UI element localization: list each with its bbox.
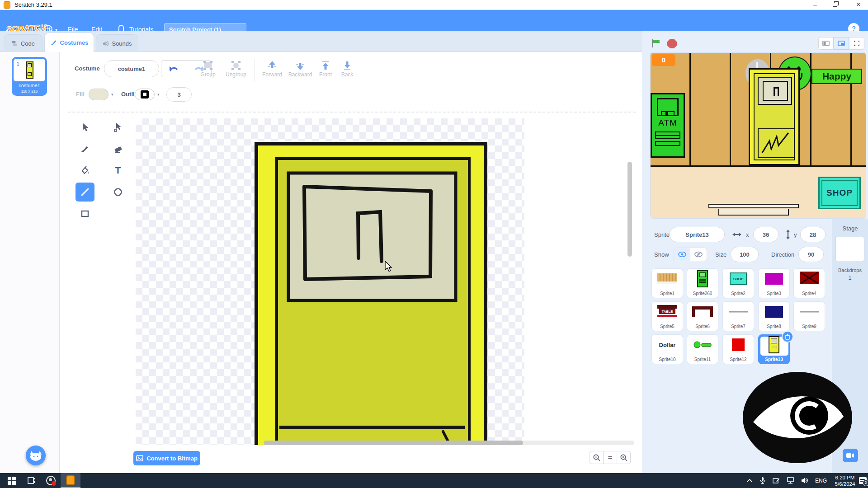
canvas-vertical-scrollbar[interactable] xyxy=(627,162,632,257)
sprite-card-12[interactable]: Sprite12 xyxy=(722,334,754,364)
size-label: Size xyxy=(715,251,726,258)
show-off-button[interactable] xyxy=(690,248,707,261)
stage[interactable]: 0 ATM Happy SHOP xyxy=(650,52,866,219)
add-costume-button[interactable] xyxy=(26,446,46,465)
tab-code[interactable]: Code xyxy=(4,34,42,52)
group-button[interactable]: Group xyxy=(198,60,218,78)
backdrop-thumbnail[interactable] xyxy=(835,237,864,261)
sprite-card-4[interactable]: Sprite4 xyxy=(793,268,825,298)
sprite-card-10[interactable]: Dollar Sprite10 xyxy=(651,334,683,364)
forward-button[interactable]: Forward xyxy=(259,60,285,78)
task-view-icon xyxy=(28,477,35,484)
backward-button[interactable]: Backward xyxy=(286,60,315,78)
tray-language[interactable]: ENG xyxy=(812,473,830,488)
text-tool[interactable]: T xyxy=(108,161,127,180)
ungroup-icon xyxy=(230,60,242,71)
scratch-taskbar-icon[interactable] xyxy=(61,473,80,488)
stage-table-sprite[interactable] xyxy=(708,204,799,208)
small-stage-button[interactable] xyxy=(818,37,834,50)
fill-tool[interactable] xyxy=(75,161,94,180)
stage-green-atm-sprite[interactable]: ATM xyxy=(651,93,685,158)
sprite-card-7[interactable]: Sprite7 xyxy=(722,301,754,331)
line-tool-selected[interactable] xyxy=(75,183,94,202)
show-on-button[interactable] xyxy=(674,248,690,261)
notification-center-button[interactable]: 2 xyxy=(857,473,868,488)
sprite260-thumb xyxy=(697,270,708,287)
sprite-card-1[interactable]: Sprite1 xyxy=(651,268,683,298)
tray-clock[interactable]: 6:20 PM 5/6/2024 xyxy=(831,473,859,488)
stage-yellow-atm-sprite[interactable] xyxy=(749,68,800,165)
undo-button[interactable] xyxy=(161,61,186,77)
video-button[interactable] xyxy=(843,449,858,462)
start-button[interactable] xyxy=(2,473,22,488)
zoom-reset-button[interactable]: = xyxy=(603,451,617,464)
microphone-icon xyxy=(760,477,766,484)
sprite-card-13-selected[interactable]: Sprite13 xyxy=(758,334,790,364)
green-flag-button[interactable] xyxy=(651,38,662,49)
costume-card[interactable]: 1 costume1 118 x 216 xyxy=(12,57,47,96)
sprite-card-5[interactable]: TABLE Sprite5 xyxy=(651,301,683,331)
window-title: Scratch 3.29.1 xyxy=(14,1,52,8)
size-input[interactable] xyxy=(731,247,759,262)
fullscreen-button[interactable] xyxy=(849,37,864,50)
sprite-card-11[interactable]: Sprite11 xyxy=(687,334,718,364)
sprite-card-2[interactable]: SHOP Sprite2 xyxy=(722,268,754,298)
zoom-in-button[interactable] xyxy=(617,451,631,464)
sprite-card-8[interactable]: Sprite8 xyxy=(758,301,790,331)
restore-button[interactable] xyxy=(828,0,844,10)
tab-costumes[interactable]: Costumes xyxy=(44,33,94,52)
front-button[interactable]: Front xyxy=(316,60,335,78)
delete-sprite-button[interactable] xyxy=(782,331,793,343)
tray-expand-button[interactable] xyxy=(743,473,756,488)
select-tool[interactable] xyxy=(75,117,94,136)
canvas-horizontal-scrollbar[interactable] xyxy=(264,441,634,445)
title-bar: Scratch 3.29.1 – × xyxy=(0,0,868,10)
task-view-button[interactable] xyxy=(22,473,41,488)
costume-size-label: 118 x 216 xyxy=(12,89,47,94)
sprite-card-3[interactable]: Sprite3 xyxy=(758,268,790,298)
convert-to-bitmap-button[interactable]: Convert to Bitmap xyxy=(133,451,200,465)
reshape-tool[interactable] xyxy=(108,117,127,136)
brush-tool[interactable] xyxy=(75,139,94,158)
obs-taskbar-icon[interactable] xyxy=(41,473,61,488)
chevron-up-icon xyxy=(746,479,753,483)
stop-button[interactable] xyxy=(667,39,677,48)
back-button[interactable]: Back xyxy=(338,60,356,78)
y-input[interactable] xyxy=(800,227,826,242)
rectangle-icon xyxy=(80,209,90,219)
ungroup-button[interactable]: Ungroup xyxy=(224,60,248,78)
rectangle-tool[interactable] xyxy=(75,204,94,223)
close-button[interactable]: × xyxy=(851,0,866,10)
stage-shop-sign-sprite[interactable]: SHOP xyxy=(818,177,861,209)
tray-mic[interactable] xyxy=(756,473,769,488)
scrollbar-thumb[interactable] xyxy=(264,441,523,445)
tab-sounds[interactable]: Sounds xyxy=(96,34,138,52)
sprite-card-6[interactable]: Sprite6 xyxy=(687,301,718,331)
sprite8-thumb xyxy=(765,306,783,318)
x-input[interactable] xyxy=(753,227,778,242)
costume-name-input[interactable] xyxy=(104,60,159,77)
sprite7-thumb xyxy=(729,311,748,313)
large-stage-button[interactable] xyxy=(834,37,849,50)
circle-tool[interactable] xyxy=(108,183,127,202)
reshape-icon xyxy=(113,122,123,132)
outline-swatch[interactable] xyxy=(135,89,155,100)
outline-caret-icon: ▾ xyxy=(157,92,160,97)
sprite-card-260[interactable]: Sprite260 xyxy=(687,268,718,298)
tray-pen[interactable] xyxy=(769,473,783,488)
tray-volume[interactable] xyxy=(797,473,812,488)
fill-swatch[interactable] xyxy=(89,89,108,100)
minimize-button[interactable]: – xyxy=(807,0,823,10)
sprite-card-9[interactable]: Sprite9 xyxy=(793,301,825,331)
variable-monitor[interactable]: 0 xyxy=(652,54,675,66)
eraser-tool[interactable] xyxy=(108,139,127,158)
sprite-name-input[interactable] xyxy=(670,227,725,242)
tray-network[interactable] xyxy=(783,473,797,488)
zoom-out-button[interactable] xyxy=(590,451,604,464)
speech-bubble[interactable]: Happy xyxy=(811,69,862,84)
eye-icon xyxy=(678,252,686,257)
outline-width-input[interactable] xyxy=(166,87,192,102)
costume-index: 1 xyxy=(17,61,19,66)
direction-input[interactable] xyxy=(798,247,824,262)
costume-drawing[interactable] xyxy=(136,118,633,445)
